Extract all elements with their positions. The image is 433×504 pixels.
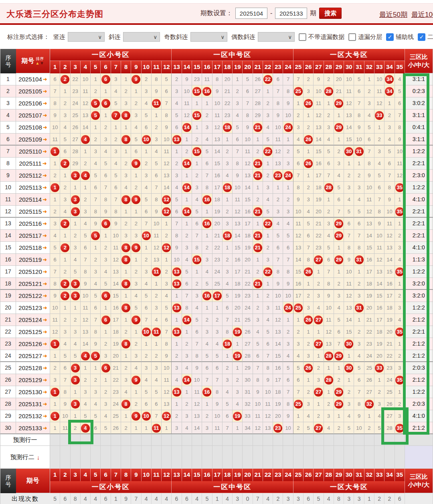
- prediction-cell[interactable]: [384, 434, 395, 446]
- prediction-cell[interactable]: [233, 434, 243, 446]
- column-number: 7: [111, 61, 121, 73]
- prediction-cell[interactable]: [152, 434, 162, 446]
- prediction-cell[interactable]: [142, 446, 152, 469]
- prediction-cell[interactable]: [131, 434, 141, 446]
- prediction-cell[interactable]: [71, 446, 81, 469]
- prediction-cell[interactable]: [253, 446, 263, 469]
- column-number: 7: [111, 469, 121, 481]
- prediction-cell[interactable]: [324, 446, 334, 469]
- prediction-cell[interactable]: [223, 434, 233, 446]
- miss-cell: 10: [50, 302, 60, 314]
- miss-cell: 2: [81, 158, 91, 170]
- prediction-cell[interactable]: [283, 434, 293, 446]
- column-number: 14: [182, 61, 192, 73]
- checkbox-1[interactable]: [299, 33, 306, 41]
- prediction-cell[interactable]: [344, 446, 354, 469]
- prediction-cell[interactable]: [192, 434, 202, 446]
- prediction-cell[interactable]: [395, 434, 405, 446]
- sort-arrows[interactable]: ▲▼: [36, 61, 45, 65]
- period-settings-label: 期数设置：: [200, 9, 233, 18]
- prediction-cell[interactable]: [334, 434, 344, 446]
- checkbox-4[interactable]: ✓: [418, 33, 425, 41]
- prediction-cell[interactable]: [60, 434, 70, 446]
- prediction-cell[interactable]: [364, 446, 374, 469]
- prediction-cell[interactable]: [202, 434, 212, 446]
- row-seq: 16: [0, 254, 16, 266]
- search-button[interactable]: 搜索: [319, 8, 342, 19]
- prediction-cell[interactable]: [223, 446, 233, 469]
- prediction-cell[interactable]: [293, 446, 304, 469]
- prediction-cell[interactable]: [263, 434, 273, 446]
- prediction-cell[interactable]: [192, 446, 202, 469]
- prediction-cell[interactable]: [81, 446, 91, 469]
- prediction-cell[interactable]: [354, 434, 364, 446]
- prediction-cell[interactable]: [233, 446, 243, 469]
- prediction-cell[interactable]: [91, 434, 101, 446]
- prediction-cell[interactable]: [374, 434, 384, 446]
- prediction-cell[interactable]: [131, 446, 141, 469]
- prediction-cell[interactable]: [182, 434, 192, 446]
- sort-control[interactable]: 排序▲▼: [36, 57, 45, 65]
- style-select-3[interactable]: ∨: [190, 32, 227, 42]
- prediction-cell[interactable]: [384, 446, 395, 469]
- prediction-cell[interactable]: [60, 446, 70, 469]
- prediction-cell[interactable]: [374, 446, 384, 469]
- prediction-cell[interactable]: [81, 434, 91, 446]
- miss-cell: 1: [172, 338, 182, 350]
- prediction-cell[interactable]: [212, 446, 223, 469]
- checkbox-2[interactable]: [348, 33, 356, 41]
- prediction-cell[interactable]: [152, 446, 162, 469]
- sort-down-icon[interactable]: ▼: [40, 61, 45, 65]
- prediction-cell[interactable]: [162, 434, 172, 446]
- prediction-cell[interactable]: [293, 434, 304, 446]
- style-select-2[interactable]: ∨: [123, 32, 160, 42]
- prediction-cell[interactable]: [304, 434, 314, 446]
- prediction-cell[interactable]: [314, 434, 324, 446]
- prediction-cell[interactable]: [142, 434, 152, 446]
- prediction-cell[interactable]: [263, 446, 273, 469]
- prediction-cell[interactable]: [344, 434, 354, 446]
- drawn-cell: 30: [344, 338, 354, 350]
- prediction-cell[interactable]: [354, 446, 364, 469]
- prediction-cell[interactable]: [212, 434, 223, 446]
- sort-up-icon[interactable]: ▲: [36, 61, 40, 65]
- prediction-cell[interactable]: [71, 434, 81, 446]
- period-from-input[interactable]: [235, 8, 267, 19]
- prediction-cell[interactable]: [50, 434, 60, 446]
- prediction-cell[interactable]: [162, 446, 172, 469]
- prediction-cell[interactable]: [111, 434, 121, 446]
- prediction-cell[interactable]: [172, 446, 182, 469]
- prediction-cell[interactable]: [202, 446, 212, 469]
- style-select-4[interactable]: ∨: [258, 32, 295, 42]
- prediction-cell[interactable]: [273, 446, 283, 469]
- prediction-cell[interactable]: [50, 446, 60, 469]
- prediction-cell[interactable]: [243, 446, 253, 469]
- checkbox-3[interactable]: ✓: [386, 33, 394, 41]
- prediction-cell[interactable]: [243, 434, 253, 446]
- prediction-cell[interactable]: [364, 434, 374, 446]
- recent-100-link[interactable]: 最近100期: [411, 10, 433, 19]
- prediction-cell[interactable]: [304, 446, 314, 469]
- prediction-cell[interactable]: [283, 446, 293, 469]
- drawn-ball: 29: [334, 352, 343, 360]
- style-select-1[interactable]: ∨: [68, 32, 105, 42]
- period-unit-label: 期: [310, 9, 316, 18]
- table-row: 22025105➜7123112142139631015169212627178…: [0, 85, 433, 97]
- prediction-cell[interactable]: [324, 434, 334, 446]
- prediction-cell[interactable]: [101, 446, 111, 469]
- prediction-cell[interactable]: [172, 434, 182, 446]
- prediction-cell[interactable]: [334, 446, 344, 469]
- prediction-cell[interactable]: [101, 434, 111, 446]
- recent-50-link[interactable]: 最近50期: [379, 10, 407, 19]
- prediction-cell[interactable]: [253, 434, 263, 446]
- period-to-input[interactable]: [275, 8, 307, 19]
- prediction-cell[interactable]: [121, 446, 131, 469]
- prediction-cell[interactable]: [273, 434, 283, 446]
- prediction-cell[interactable]: [91, 446, 101, 469]
- prediction-cell[interactable]: [121, 434, 131, 446]
- prediction-cell[interactable]: [182, 446, 192, 469]
- miss-cell: 19: [314, 194, 324, 206]
- prediction-cell[interactable]: [395, 446, 405, 469]
- prediction-cell[interactable]: [111, 446, 121, 469]
- prediction-cell[interactable]: [314, 446, 324, 469]
